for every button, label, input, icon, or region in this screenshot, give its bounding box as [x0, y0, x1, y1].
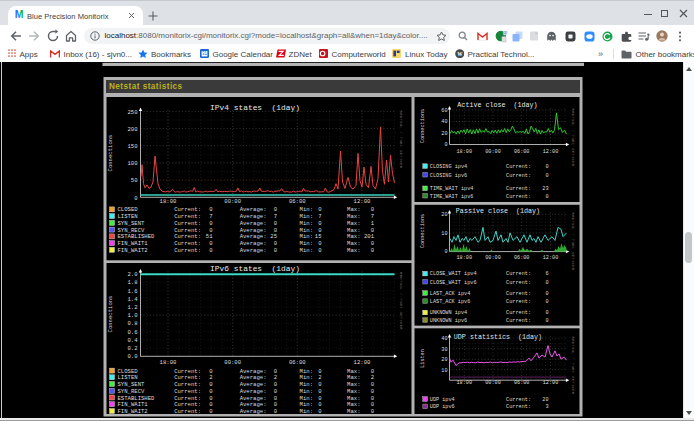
svg-text:40: 40	[441, 119, 447, 125]
svg-text:RRDTOOL / TOBI OETIKER: RRDTOOL / TOBI OETIKER	[571, 337, 575, 395]
svg-text:LAST_ACK ipv4: LAST_ACK ipv4	[430, 291, 470, 297]
svg-text:00:00: 00:00	[485, 255, 501, 261]
svg-text:CLOSING ipv6: CLOSING ipv6	[430, 173, 467, 179]
svg-text:RRDTOOL / TOBI OETIKER: RRDTOOL / TOBI OETIKER	[571, 213, 575, 271]
svg-text:RRDTOOL / TOBI OETIKER: RRDTOOL / TOBI OETIKER	[571, 109, 575, 167]
svg-text:Current:: Current:	[506, 164, 531, 170]
svg-text:1.0: 1.0	[127, 312, 138, 319]
svg-text:23: 23	[542, 186, 548, 192]
svg-text:20: 20	[441, 357, 447, 363]
svg-text:20: 20	[542, 397, 548, 403]
svg-text:00:00: 00:00	[485, 380, 501, 386]
svg-text:IPv4 states (1day): IPv4 states (1day)	[210, 103, 300, 112]
svg-text:0: 0	[545, 194, 548, 200]
svg-text:06:00: 06:00	[514, 149, 530, 155]
svg-text:20: 20	[441, 131, 447, 137]
svg-text:Connections: Connections	[420, 214, 426, 248]
svg-text:Current:: Current:	[506, 173, 531, 179]
svg-text:0: 0	[444, 142, 447, 148]
svg-text:0.4: 0.4	[127, 337, 138, 344]
svg-text:Active close (1day): Active close (1day)	[457, 101, 537, 109]
svg-text:Average:: Average:	[240, 408, 267, 415]
svg-text:10: 10	[441, 231, 447, 237]
svg-text:Listen: Listen	[420, 349, 426, 368]
svg-text:FIN_WAIT2: FIN_WAIT2	[118, 247, 148, 254]
svg-text:W: W	[457, 50, 463, 56]
svg-text:Max:: Max:	[347, 247, 360, 254]
svg-text:Current:: Current:	[506, 291, 531, 297]
svg-text:Current:: Current:	[174, 247, 201, 254]
svg-text:Current:: Current:	[506, 271, 531, 277]
svg-text:12:00: 12:00	[354, 198, 371, 205]
svg-text:Max:: Max:	[347, 408, 360, 415]
svg-text:Min:: Min:	[300, 247, 313, 254]
svg-text:Passive close (1day): Passive close (1day)	[456, 207, 540, 215]
svg-text:Min:: Min:	[300, 408, 313, 415]
svg-text:12:00: 12:00	[543, 149, 559, 155]
svg-text:50: 50	[131, 177, 138, 184]
svg-text:Connections: Connections	[107, 296, 114, 333]
svg-text:0: 0	[545, 280, 548, 286]
svg-text:0: 0	[545, 164, 548, 170]
svg-text:60: 60	[441, 108, 447, 114]
svg-text:150: 150	[127, 143, 138, 150]
svg-text:250: 250	[127, 109, 138, 116]
svg-text:Netstat statistics: Netstat statistics	[109, 82, 183, 91]
svg-text:0.6: 0.6	[127, 329, 137, 336]
svg-text:1.4: 1.4	[127, 296, 138, 303]
svg-text:1.6: 1.6	[127, 288, 137, 295]
svg-text:UDP ipv6: UDP ipv6	[430, 404, 455, 410]
svg-text:6: 6	[545, 271, 548, 277]
svg-text:Current:: Current:	[506, 280, 531, 286]
svg-text:00:00: 00:00	[224, 198, 241, 205]
svg-text:CLOSE_WAIT ipv6: CLOSE_WAIT ipv6	[430, 280, 477, 286]
svg-text:00:00: 00:00	[485, 149, 501, 155]
svg-text:18:00: 18:00	[160, 359, 177, 366]
svg-text:1.8: 1.8	[127, 279, 137, 286]
svg-text:UDP ipv4: UDP ipv4	[430, 397, 455, 403]
svg-text:0: 0	[545, 310, 548, 316]
svg-text:12:00: 12:00	[543, 380, 559, 386]
svg-text:Current:: Current:	[174, 408, 201, 415]
svg-text:3: 3	[545, 404, 548, 410]
svg-text:2.0: 2.0	[127, 271, 138, 278]
svg-text:Current:: Current:	[506, 299, 531, 305]
svg-text:TIME_WAIT ipv4: TIME_WAIT ipv4	[430, 186, 474, 192]
svg-text:0: 0	[545, 318, 548, 324]
svg-text:06:00: 06:00	[514, 380, 530, 386]
svg-text:CLOSING ipv4: CLOSING ipv4	[430, 164, 467, 170]
svg-text:06:00: 06:00	[514, 255, 530, 261]
svg-text:0: 0	[545, 291, 548, 297]
svg-text:20: 20	[441, 212, 447, 218]
svg-text:0: 0	[545, 299, 548, 305]
svg-text:UNKNOWN ipv6: UNKNOWN ipv6	[430, 318, 467, 324]
svg-text:06:00: 06:00	[289, 198, 306, 205]
svg-text:Current:: Current:	[506, 397, 531, 403]
svg-text:Current:: Current:	[506, 404, 531, 410]
svg-text:2: 2	[504, 31, 506, 35]
svg-text:12:00: 12:00	[543, 255, 559, 261]
svg-text:06:00: 06:00	[289, 359, 306, 366]
svg-text:10: 10	[441, 368, 447, 374]
svg-text:TIME_WAIT ipv6: TIME_WAIT ipv6	[430, 194, 474, 200]
svg-text:CLOSE_WAIT ipv4: CLOSE_WAIT ipv4	[430, 271, 477, 277]
svg-text:30: 30	[441, 347, 447, 353]
svg-text:0.2: 0.2	[127, 345, 137, 352]
svg-text:FIN_WAIT2: FIN_WAIT2	[118, 408, 148, 415]
svg-text:18:00: 18:00	[160, 198, 177, 205]
svg-text:Current:: Current:	[506, 186, 531, 192]
svg-text:0: 0	[545, 173, 548, 179]
svg-text:Connections: Connections	[107, 135, 114, 172]
svg-text:Current:: Current:	[506, 194, 531, 200]
svg-text:0: 0	[444, 249, 447, 255]
svg-text:1.2: 1.2	[127, 304, 137, 311]
svg-text:Average:: Average:	[240, 247, 267, 254]
svg-text:0.8: 0.8	[127, 320, 137, 327]
svg-text:18:00: 18:00	[457, 149, 473, 155]
svg-text:100: 100	[127, 160, 138, 167]
svg-text:00:00: 00:00	[224, 359, 241, 366]
svg-text:Connections: Connections	[420, 109, 426, 143]
svg-text:18:00: 18:00	[457, 380, 473, 386]
svg-text:UNKNOWN ipv4: UNKNOWN ipv4	[430, 310, 467, 316]
svg-text:RRDTOOL / TOBI OETIKER: RRDTOOL / TOBI OETIKER	[399, 272, 403, 330]
